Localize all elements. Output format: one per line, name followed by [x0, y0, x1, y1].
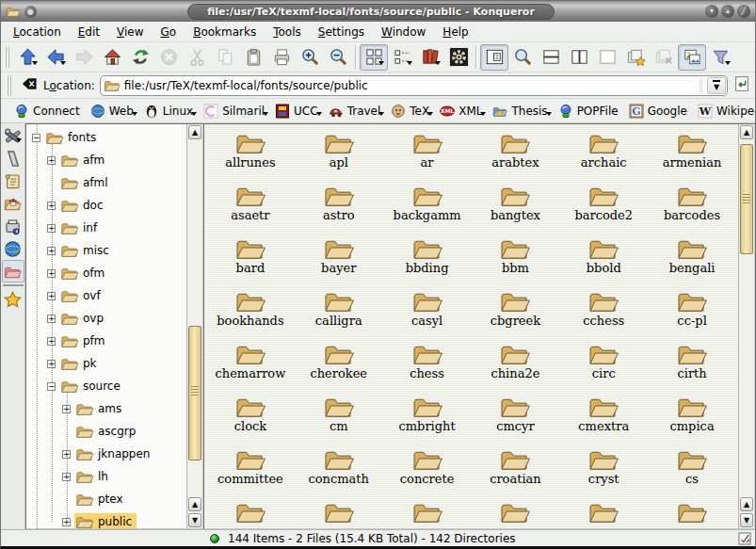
tree-item[interactable]: ptex — [26, 488, 186, 510]
bookmark-ucc[interactable]: UCC — [271, 102, 325, 121]
tree-item[interactable]: pfm — [26, 330, 186, 352]
bookshelf-view-button[interactable] — [416, 44, 444, 71]
zoom-in-button[interactable] — [296, 44, 324, 71]
menu-item[interactable]: Go — [153, 24, 185, 40]
tree-expander[interactable] — [47, 269, 56, 278]
icon-view-button[interactable] — [360, 44, 388, 71]
menu-item[interactable]: Settings — [310, 24, 373, 40]
menu-item[interactable]: Window — [373, 24, 434, 40]
folder-item-concrete[interactable]: concrete — [383, 446, 472, 499]
tree-expander[interactable] — [47, 202, 56, 210]
cut-button[interactable] — [183, 44, 211, 71]
location-dropdown-button[interactable]: ▼ — [707, 77, 726, 94]
tree-expander[interactable] — [47, 360, 56, 368]
forward-button[interactable] — [70, 44, 98, 71]
location-input[interactable]: file:/usr/TeX/texmf-local/fonts/source/p… — [100, 75, 728, 96]
folder-item-cm[interactable]: cm — [295, 394, 383, 446]
bookmark-wikipedia[interactable]: Wikipedia — [694, 102, 756, 121]
tree-item[interactable]: afml — [26, 171, 186, 194]
paste-button[interactable] — [239, 44, 267, 71]
close-button[interactable]: ╱ — [737, 5, 750, 18]
split-left-right-button[interactable] — [565, 44, 593, 71]
folder-item-casyl[interactable]: casyl — [383, 288, 472, 341]
folder-item-partial[interactable] — [559, 499, 648, 528]
folder-item-barcode2[interactable]: barcode2 — [559, 183, 648, 235]
tree-expander[interactable] — [47, 337, 56, 346]
show-sidebar-button[interactable] — [480, 44, 508, 71]
folder-item-chess[interactable]: chess — [383, 341, 472, 394]
menu-item[interactable]: Tools — [265, 24, 310, 40]
folder-item-allrunes[interactable]: allrunes — [206, 130, 295, 183]
tree-scroll-thumb[interactable] — [188, 326, 201, 461]
reload-button[interactable] — [126, 44, 154, 71]
bookmark-xml[interactable]: XML — [436, 102, 489, 121]
home-button[interactable] — [98, 44, 126, 71]
tree-item[interactable]: jknappen — [26, 443, 186, 465]
back-button[interactable] — [41, 44, 70, 71]
stop-button[interactable] — [154, 44, 183, 71]
tree-expander[interactable] — [62, 518, 71, 526]
folder-item-cmcyr[interactable]: cmcyr — [472, 394, 560, 446]
bookmark-popfile[interactable]: POPFile — [555, 102, 625, 121]
tree-item[interactable]: pk — [26, 352, 186, 375]
go-button[interactable] — [732, 74, 751, 96]
sidebar-bookmark-button[interactable] — [2, 147, 24, 170]
window-menu-button[interactable]: ● — [24, 6, 37, 18]
folder-item-croatian[interactable]: croatian — [472, 446, 560, 499]
folder-item-cirth[interactable]: cirth — [648, 341, 736, 394]
folder-item-ar[interactable]: ar — [383, 130, 472, 183]
sidebar-config-button[interactable] — [2, 124, 24, 147]
folder-item-cryst[interactable]: cryst — [559, 446, 648, 499]
main-scroll-track[interactable] — [739, 140, 754, 496]
tree-item[interactable]: fonts — [26, 126, 186, 149]
tree-scroll-up-button[interactable]: ▲ — [188, 125, 201, 139]
folder-item-bangtex[interactable]: bangtex — [472, 183, 560, 235]
folder-item-cherokee[interactable]: cherokee — [295, 341, 383, 394]
bookmark-google[interactable]: Google — [625, 102, 694, 121]
tree-item[interactable]: ovf — [26, 284, 186, 307]
folder-item-barcodes[interactable]: barcodes — [648, 183, 736, 235]
folder-item-bookhands[interactable]: bookhands — [206, 288, 295, 341]
new-tab-button[interactable] — [621, 44, 650, 71]
tree-expander[interactable] — [47, 224, 56, 233]
preview-button[interactable] — [678, 44, 706, 71]
tree-item[interactable]: ams — [26, 397, 186, 420]
folder-item-partial[interactable] — [206, 499, 295, 528]
folder-item-bbold[interactable]: bbold — [559, 235, 648, 288]
gear-view-button[interactable] — [444, 44, 473, 71]
minimize-button[interactable]: ▾ — [705, 5, 718, 18]
folder-item-china2e[interactable]: china2e — [472, 341, 560, 394]
location-combo-grip[interactable] — [700, 78, 703, 93]
tree-item[interactable]: lh — [26, 465, 186, 488]
folder-item-partial[interactable] — [648, 499, 736, 528]
menu-item[interactable]: Edit — [70, 24, 108, 40]
folder-item-cmextra[interactable]: cmextra — [559, 394, 648, 446]
bookmark-travel[interactable]: Travel — [325, 102, 388, 121]
tree-item[interactable]: source — [26, 375, 186, 397]
tree-item[interactable]: doc — [26, 194, 186, 217]
print-button[interactable] — [267, 44, 296, 71]
bookmark-thesis[interactable]: Thesis — [489, 102, 554, 121]
zoom-out-button[interactable] — [324, 44, 352, 71]
tree-expander[interactable] — [62, 473, 71, 481]
tree-expander[interactable] — [47, 315, 56, 323]
bookmark-connect[interactable]: Connect — [10, 102, 87, 121]
maximize-button[interactable]: ▴ — [721, 5, 734, 18]
main-scrollbar[interactable]: ▲ ▲ ▼ — [738, 124, 754, 528]
folder-item-bengali[interactable]: bengali — [648, 235, 736, 288]
filter-button[interactable] — [706, 44, 734, 71]
folder-item-concmath[interactable]: concmath — [295, 446, 383, 499]
main-scroll-thumb[interactable] — [740, 144, 753, 254]
sidebar-network-button[interactable] — [2, 237, 24, 260]
bookmark-tex[interactable]: TeX — [387, 102, 436, 121]
find-button[interactable] — [508, 44, 537, 71]
sidebar-services-button[interactable] — [2, 215, 24, 237]
folder-item-cmpica[interactable]: cmpica — [648, 394, 736, 446]
menu-item[interactable]: Bookmarks — [185, 24, 265, 40]
folder-item-bard[interactable]: bard — [206, 235, 295, 288]
tree-expander[interactable] — [62, 450, 71, 459]
tree-item[interactable]: ovp — [26, 307, 186, 330]
folder-item-calligra[interactable]: calligra — [295, 288, 383, 341]
folder-item-bbm[interactable]: bbm — [472, 235, 560, 288]
remove-view-button[interactable] — [593, 44, 621, 71]
